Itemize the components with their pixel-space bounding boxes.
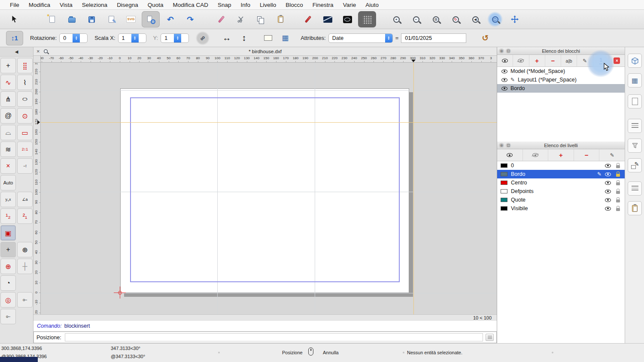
- tool-order-1-2[interactable]: ¹₂: [0, 208, 16, 224]
- tool-angle[interactable]: ∠a: [17, 192, 33, 207]
- tool-spiral[interactable]: @: [0, 108, 16, 124]
- block-row-model-model-space[interactable]: Model (*Model_Space): [497, 67, 625, 75]
- lock-icon[interactable]: [616, 165, 620, 168]
- dock-filter-button[interactable]: [628, 139, 642, 153]
- tool-cross-break[interactable]: ×: [0, 158, 16, 174]
- menu-livello[interactable]: Livello: [255, 2, 281, 8]
- paper-space-button[interactable]: [259, 31, 276, 45]
- layer-row-visibile[interactable]: Visibile: [497, 204, 625, 213]
- print-preview-button[interactable]: [142, 11, 160, 27]
- flip-vertical-button[interactable]: ↕: [235, 31, 252, 45]
- line-style-button[interactable]: [319, 11, 337, 27]
- active-tool-button[interactable]: ↕1: [6, 31, 23, 45]
- layer-row-0[interactable]: 0: [497, 161, 625, 170]
- blocks-hide-all-button[interactable]: [513, 55, 529, 66]
- border-rectangle-entity[interactable]: [130, 97, 400, 282]
- copy-button[interactable]: [252, 11, 270, 27]
- dock-library-button[interactable]: [628, 54, 642, 68]
- menu-finestra[interactable]: Finestra: [308, 2, 338, 8]
- eye-open-icon[interactable]: [501, 87, 507, 90]
- tool-snap-current[interactable]: ▣: [0, 225, 16, 241]
- tool-spline-points[interactable]: ∿: [0, 75, 16, 90]
- blocks-remove-button[interactable]: −: [545, 55, 561, 66]
- save-button[interactable]: [82, 11, 100, 27]
- tool-rectangle-node[interactable]: ▭: [17, 125, 33, 140]
- menu-modifica[interactable]: Modifica: [24, 2, 55, 8]
- blocks-insert-button[interactable]: 1: [593, 55, 609, 66]
- attributes-combo[interactable]: Date ▲▼: [328, 33, 393, 43]
- eye-open-icon[interactable]: [605, 190, 611, 193]
- stepper-icon[interactable]: ▲▼: [385, 34, 392, 42]
- drawing-canvas[interactable]: [41, 63, 497, 314]
- zoom-previous-button[interactable]: ◀: [466, 11, 484, 27]
- layers-hide-all-button[interactable]: [523, 149, 549, 161]
- dock-collapse-button[interactable]: ◀: [0, 47, 33, 57]
- export-svg-button[interactable]: SVG: [122, 11, 140, 27]
- menu-aiuto[interactable]: Aiuto: [361, 2, 383, 8]
- tool-snap-free[interactable]: +: [0, 242, 16, 257]
- draw-pen-button[interactable]: [299, 11, 317, 27]
- tool-point[interactable]: +: [0, 58, 16, 73]
- menu-info[interactable]: Info: [236, 2, 255, 8]
- tab-close-button[interactable]: ×: [36, 48, 40, 54]
- menu-seleziona[interactable]: Seleziona: [77, 2, 112, 8]
- menu-quota[interactable]: Quota: [143, 2, 168, 8]
- tool-snap-distance[interactable]: ◎: [0, 292, 16, 308]
- tool-snap-angle[interactable]: ◔: [0, 275, 16, 291]
- blocks-rename-button[interactable]: a|b: [561, 55, 577, 66]
- block-row-layout1-paper-space[interactable]: ✎Layout1 (*Paper_Space): [497, 75, 625, 84]
- zoom-redraw-button[interactable]: ↻: [447, 11, 465, 27]
- tool-scale-2-1[interactable]: 2↕1: [17, 142, 33, 157]
- zoom-in-button[interactable]: +: [387, 11, 405, 27]
- lock-icon[interactable]: [616, 174, 620, 177]
- tool-divide[interactable]: −!: [17, 158, 33, 174]
- block-row-bordo[interactable]: Bordo: [497, 84, 625, 93]
- eye-open-icon[interactable]: [605, 198, 611, 202]
- dock-edit-button[interactable]: ✎: [628, 158, 642, 172]
- lock-icon[interactable]: [616, 208, 620, 211]
- menu-disegna[interactable]: Disegna: [112, 2, 143, 8]
- grid-toggle-button[interactable]: [358, 11, 376, 27]
- scale-x-combo[interactable]: 1 ▲▼: [118, 33, 146, 43]
- edit-document-button[interactable]: ✎: [102, 11, 120, 27]
- zoom-out-button[interactable]: −: [407, 11, 425, 27]
- dock-block-list-button[interactable]: [628, 119, 642, 133]
- eye-open-icon[interactable]: [605, 172, 611, 176]
- layer-row-bordo[interactable]: Bordo✎: [497, 170, 625, 178]
- stepper-icon[interactable]: ▲▼: [73, 34, 80, 42]
- menu-blocco[interactable]: Blocco: [281, 2, 308, 8]
- attribute-value-input[interactable]: [401, 33, 466, 43]
- layer-row-centro[interactable]: Centro: [497, 178, 625, 187]
- tool-arc-tangent[interactable]: ⌓: [0, 125, 16, 140]
- eye-open-icon[interactable]: [501, 78, 507, 82]
- array-insert-button[interactable]: ▦: [276, 31, 294, 45]
- tool-ellipse-point[interactable]: ○: [17, 91, 33, 107]
- menu-varie[interactable]: Varie: [338, 2, 361, 8]
- scale-y-combo[interactable]: 1 ▲▼: [161, 33, 189, 43]
- tool-auto[interactable]: Auto: [0, 175, 16, 190]
- layers-modify-button[interactable]: ✎: [599, 149, 625, 161]
- layers-show-all-button[interactable]: [497, 149, 523, 161]
- zoom-auto-button[interactable]: ⊡: [427, 11, 445, 27]
- layer-row-defpoints[interactable]: Defpoints: [497, 187, 625, 196]
- lock-icon[interactable]: [616, 182, 620, 185]
- eye-open-icon[interactable]: [605, 181, 611, 185]
- menu-vista[interactable]: Vista: [55, 2, 77, 8]
- tool-relative-zero[interactable]: o–: [0, 309, 16, 324]
- lock-icon[interactable]: [616, 191, 620, 194]
- tool-point-grid[interactable]: ⣿: [17, 58, 33, 73]
- position-input[interactable]: [65, 333, 483, 341]
- undo-button[interactable]: ↶: [161, 11, 179, 27]
- blocks-add-button[interactable]: +: [529, 55, 545, 66]
- tool-arc-fork[interactable]: ⋔: [0, 91, 16, 107]
- dock-views-button[interactable]: ▦: [628, 73, 642, 87]
- layer-row-quote[interactable]: Quote: [497, 196, 625, 204]
- blocks-delete-button[interactable]: ×: [609, 55, 625, 66]
- tool-polyline-points[interactable]: ⌇: [17, 75, 33, 90]
- highlight-pen-button[interactable]: [212, 11, 230, 27]
- link-scales-button[interactable]: ∞: [194, 31, 211, 45]
- blocks-edit-button[interactable]: ✎: [577, 55, 593, 66]
- menu-modifica-cad[interactable]: Modifica CAD: [168, 2, 213, 8]
- stepper-icon[interactable]: ▲▼: [174, 34, 181, 42]
- command-row[interactable]: Comando: blockinsert: [33, 321, 497, 332]
